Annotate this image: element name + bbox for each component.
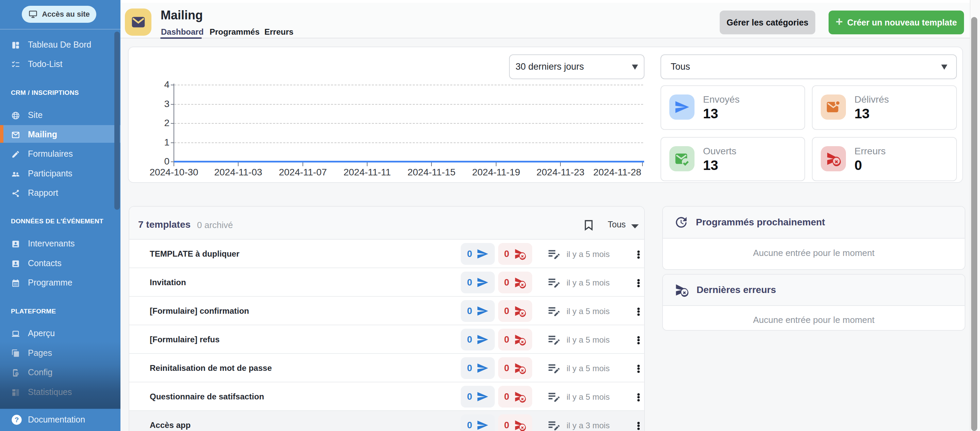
svg-text:?: ? (14, 416, 19, 423)
